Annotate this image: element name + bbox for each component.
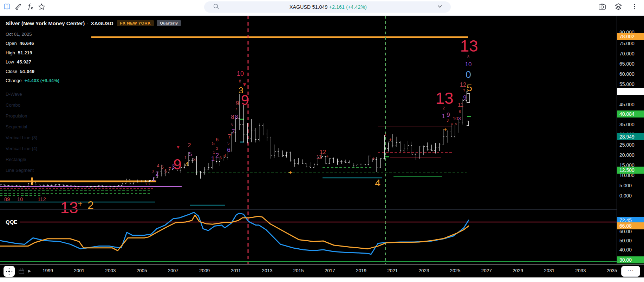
axis-price-label: 25.000 bbox=[619, 142, 644, 148]
annotation-label: + bbox=[326, 153, 328, 159]
symbol-search-bar[interactable]: XAGUSD 51.049 +2.161 (+4.42%) bbox=[204, 1, 451, 13]
quote-change-abs: +2.161 bbox=[329, 4, 345, 10]
annotation-label: 3 bbox=[447, 119, 449, 122]
axis-price-badge: 30.00 bbox=[617, 256, 644, 263]
year-label: 2025 bbox=[450, 268, 461, 273]
symbol-title-row[interactable]: Silver (New York Money Center) · XAGUSD … bbox=[6, 19, 181, 28]
annotation-label: 9 bbox=[236, 100, 239, 106]
indicator-list: D-WaveComboPropulsionSequentialVertical … bbox=[6, 92, 181, 179]
quote-price: 51.049 bbox=[312, 4, 327, 10]
more-menu-kebab-icon[interactable] bbox=[630, 2, 639, 12]
axis-price-label: 60.000 bbox=[619, 71, 644, 77]
year-label: 2013 bbox=[262, 268, 272, 273]
annotation-label: 10 bbox=[453, 116, 458, 121]
pan-control-button[interactable] bbox=[4, 266, 15, 277]
year-label: 2011 bbox=[231, 268, 241, 273]
axis-price-label: 75.000 bbox=[619, 41, 644, 46]
year-label: 2001 bbox=[74, 268, 84, 273]
watchlist-book-icon[interactable] bbox=[2, 2, 12, 12]
quote-change-pct: (+4.42%) bbox=[346, 4, 367, 10]
chevron-down-icon[interactable] bbox=[437, 3, 443, 11]
annotation-label: + bbox=[443, 126, 447, 133]
annotation-label: 5 bbox=[467, 82, 472, 93]
annotation-label: 2 bbox=[215, 152, 219, 159]
bottom-strip bbox=[0, 277, 644, 282]
indicator-item[interactable]: Vertical Line (3) bbox=[6, 135, 181, 146]
annotation-label: 11 bbox=[458, 102, 463, 108]
indicator-item[interactable]: Combo bbox=[6, 102, 181, 113]
price-axis[interactable]: 80.00075.00070.00065.00060.00055.00045.0… bbox=[617, 16, 644, 264]
indicator-item[interactable]: Line Segment bbox=[6, 168, 181, 179]
annotation-label: 10 bbox=[237, 70, 244, 77]
annotation-label: 7 bbox=[228, 134, 231, 140]
axis-price-label: 5.000 bbox=[619, 183, 644, 188]
axis-price-label: 35.000 bbox=[619, 122, 644, 127]
axis-price-badge: 51.049 bbox=[617, 88, 644, 95]
annotation-label: 13 bbox=[460, 37, 478, 55]
indicator-item[interactable]: Propulsion bbox=[6, 113, 181, 124]
axis-price-badge: 12.500 bbox=[617, 167, 644, 174]
layout-layers-icon[interactable] bbox=[613, 2, 623, 12]
time-axis-more-button[interactable]: ··· bbox=[621, 266, 640, 277]
axis-price-label: 60.00 bbox=[619, 229, 644, 234]
annotation-label: 8 bbox=[239, 79, 241, 83]
annotation-label: 3 bbox=[220, 156, 222, 160]
qqe-slow-line bbox=[0, 215, 469, 250]
indicator-item[interactable]: Vertical Line (4) bbox=[6, 146, 181, 157]
top-toolbar: XAGUSD 51.049 +2.161 (+4.42%) bbox=[0, 0, 644, 16]
annotation-label: 3 bbox=[458, 116, 461, 121]
interval-badge[interactable]: Quarterly bbox=[157, 20, 181, 26]
time-axis[interactable]: ▶ ··· 1999200120032005200720092011201320… bbox=[0, 264, 644, 277]
axis-price-label: 65.000 bbox=[619, 61, 644, 67]
annotation-label: + bbox=[372, 156, 375, 161]
annotation-label: 1 bbox=[145, 182, 147, 186]
annotation-label: 2 bbox=[216, 147, 218, 150]
function-fx-icon[interactable] bbox=[25, 2, 35, 12]
axis-price-label: 45.000 bbox=[619, 102, 644, 107]
year-label: 2033 bbox=[575, 268, 586, 273]
favorites-star-icon[interactable] bbox=[37, 2, 46, 12]
annotation-label: 2 bbox=[443, 106, 445, 110]
annotation-label: 0 bbox=[466, 69, 471, 80]
annotation-label: 7 bbox=[463, 89, 465, 93]
indicator-item[interactable]: Sequential bbox=[6, 124, 181, 135]
snapshot-camera-icon[interactable] bbox=[597, 2, 607, 12]
exchange-badge: FX NEW YORK bbox=[117, 20, 154, 26]
year-label: 2019 bbox=[356, 268, 366, 273]
title-separator-dot: · bbox=[87, 20, 89, 26]
annotation-label: 10 bbox=[17, 196, 23, 202]
year-label: 2005 bbox=[137, 268, 147, 273]
annotation-label: 6 bbox=[227, 147, 230, 153]
edit-pencil-icon[interactable] bbox=[13, 2, 23, 12]
symbol-ticker: XAGUSD bbox=[91, 20, 113, 26]
annotation-label: 7 bbox=[235, 107, 237, 111]
year-label: 2027 bbox=[481, 268, 492, 273]
year-label: 2031 bbox=[544, 268, 554, 273]
symbol-description: Silver (New York Money Center) bbox=[6, 20, 85, 26]
annotation-label: 5 bbox=[455, 122, 457, 126]
annotation-label: 6 bbox=[216, 136, 219, 142]
replay-play-icon[interactable]: ▶ bbox=[28, 269, 31, 273]
indicator-item[interactable]: Rectangle bbox=[6, 157, 181, 168]
bracket-drawing bbox=[467, 94, 470, 102]
year-label: 1999 bbox=[43, 268, 53, 273]
symbol-quote: XAGUSD 51.049 +2.161 (+4.42%) bbox=[220, 4, 437, 10]
low-value: 45.927 bbox=[17, 59, 31, 65]
annotation-label: 4 bbox=[375, 177, 380, 188]
pane-separator[interactable] bbox=[0, 209, 617, 210]
axis-price-label: 20.000 bbox=[619, 152, 644, 158]
go-to-date-calendar-icon[interactable] bbox=[17, 267, 26, 275]
annotation-label: + bbox=[369, 153, 371, 159]
annotation-label: 1 bbox=[211, 155, 215, 162]
annotation-label: 7 bbox=[232, 128, 235, 135]
ohlc-high-row: High51.219 bbox=[6, 50, 181, 60]
open-value: 46.646 bbox=[20, 41, 34, 46]
indicator-item[interactable]: D-Wave bbox=[6, 92, 181, 102]
axis-price-label: 40.00 bbox=[619, 247, 644, 253]
trading-platform-window: XAGUSD 51.049 +2.161 (+4.42%) 891 bbox=[0, 0, 644, 282]
high-value: 51.219 bbox=[18, 50, 32, 55]
axis-price-badge: 28.949 bbox=[617, 133, 644, 140]
axis-price-label: 70.000 bbox=[619, 51, 644, 56]
ohlc-change-row: Change+4.403 (+9.44%) bbox=[6, 78, 181, 87]
year-label: 2035 bbox=[607, 268, 617, 273]
